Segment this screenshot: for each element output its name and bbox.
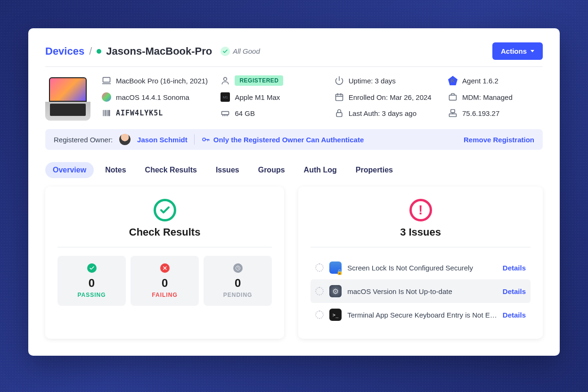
lock-icon	[335, 108, 344, 118]
tab-auth-log[interactable]: Auth Log	[296, 162, 344, 178]
issue-text: Terminal App Secure Keyboard Entry is No…	[347, 311, 497, 319]
svg-rect-8	[449, 95, 457, 100]
tab-check-results[interactable]: Check Results	[138, 162, 204, 178]
chip-text: Apple M1 Max	[235, 93, 280, 101]
laptop-icon	[102, 76, 111, 85]
issues-card: ! 3 Issues Screen Lock Is Not Configured…	[298, 187, 543, 339]
tab-groups[interactable]: Groups	[251, 162, 293, 178]
failing-label: FAILING	[152, 292, 177, 298]
tab-overview[interactable]: Overview	[45, 162, 94, 178]
issue-row[interactable]: macOS Version Is Not Up-to-date Details	[310, 279, 531, 303]
tab-notes[interactable]: Notes	[98, 162, 133, 178]
laptop-base	[45, 102, 90, 121]
info-mdm: MDM: Managed	[448, 92, 543, 102]
info-agent: K Agent 1.6.2	[448, 75, 543, 86]
alert-icon: !	[409, 199, 432, 221]
enrolled-text: Enrolled On: Mar 26, 2024	[349, 93, 432, 101]
avatar	[119, 134, 131, 145]
auth-rule[interactable]: Only the Registered Owner Can Authentica…	[201, 135, 364, 144]
breadcrumb-separator: /	[89, 45, 92, 57]
agent-text: Agent 1.6.2	[462, 77, 498, 85]
details-link[interactable]: Details	[503, 264, 526, 272]
issue-text: macOS Version Is Not Up-to-date	[347, 287, 497, 295]
status-pill: All Good	[220, 47, 260, 56]
info-memory: 64 GB	[220, 108, 326, 118]
auth-rule-text: Only the Registered Owner Can Authentica…	[213, 136, 364, 144]
info-os: macOS 14.4.1 Sonoma	[102, 92, 212, 102]
issue-row[interactable]: Terminal App Secure Keyboard Entry is No…	[310, 303, 531, 327]
svg-rect-21	[449, 114, 457, 117]
check-success-icon	[154, 199, 176, 221]
memory-icon	[220, 108, 230, 118]
calendar-icon	[335, 92, 344, 102]
check-results-title: Check Results	[129, 226, 201, 238]
tabs: Overview Notes Check Results Issues Grou…	[45, 162, 543, 178]
tab-properties[interactable]: Properties	[348, 162, 400, 178]
stat-pending[interactable]: 0 PENDING	[204, 256, 272, 306]
svg-point-2	[224, 77, 227, 81]
agent-icon: K	[448, 76, 457, 85]
breadcrumb-root[interactable]: Devices	[45, 45, 84, 57]
pending-label: PENDING	[223, 292, 253, 298]
laptop-screen	[49, 77, 87, 102]
check-icon	[220, 47, 230, 56]
briefcase-icon	[448, 92, 457, 102]
uptime-text: Uptime: 3 days	[349, 77, 396, 85]
settings-icon	[329, 285, 342, 297]
memory-text: 64 GB	[235, 109, 255, 117]
issue-text: Screen Lock Is Not Configured Securely	[347, 264, 497, 272]
pending-count: 0	[235, 277, 241, 290]
device-info: MacBook Pro (16-inch, 2021) REGISTERED U…	[45, 75, 543, 121]
gauge-icon	[315, 287, 324, 295]
info-grid: MacBook Pro (16-inch, 2021) REGISTERED U…	[102, 75, 543, 118]
cards-row: Check Results 0 PASSING 0 FAILING 0 PEND…	[45, 187, 543, 339]
details-link[interactable]: Details	[503, 311, 526, 319]
divider	[194, 134, 195, 145]
check-results-card: Check Results 0 PASSING 0 FAILING 0 PEND…	[45, 187, 284, 339]
status-dot-icon	[97, 49, 101, 54]
owner-name[interactable]: Jason Schmidt	[137, 136, 188, 144]
svg-rect-22	[451, 110, 455, 113]
check-icon	[87, 263, 97, 273]
svg-rect-20	[336, 113, 342, 116]
device-image	[45, 75, 90, 121]
power-icon	[335, 76, 344, 85]
last-auth-text: Last Auth: 3 days ago	[349, 109, 416, 117]
info-uptime: Uptime: 3 days	[335, 75, 440, 86]
ip-text: 75.6.193.27	[462, 109, 499, 117]
remove-registration-button[interactable]: Remove Registration	[464, 136, 534, 144]
gauge-icon	[315, 263, 324, 272]
divider	[310, 247, 531, 247]
issues-title: 3 Issues	[400, 226, 441, 238]
svg-rect-15	[222, 112, 229, 115]
info-model: MacBook Pro (16-inch, 2021)	[102, 75, 212, 86]
divider	[57, 247, 272, 247]
passing-label: PASSING	[77, 292, 106, 298]
stat-failing[interactable]: 0 FAILING	[131, 256, 199, 306]
actions-button[interactable]: Actions	[492, 42, 543, 60]
user-icon	[220, 76, 230, 85]
tab-issues[interactable]: Issues	[208, 162, 247, 178]
info-serial: AIFW4LYK5L	[102, 108, 212, 118]
info-ip: 75.6.193.27	[448, 108, 543, 118]
serial-text: AIFW4LYK5L	[116, 109, 163, 117]
issue-row[interactable]: Screen Lock Is Not Configured Securely D…	[310, 256, 531, 279]
actions-label: Actions	[501, 47, 527, 55]
svg-rect-4	[335, 94, 343, 100]
status-text: All Good	[233, 47, 260, 55]
info-registered: REGISTERED	[220, 75, 326, 86]
chevron-down-icon	[531, 50, 534, 52]
stat-passing[interactable]: 0 PASSING	[57, 256, 126, 306]
chip-icon: M1	[220, 92, 230, 102]
x-icon	[160, 263, 170, 273]
issue-list: Screen Lock Is Not Configured Securely D…	[310, 256, 531, 327]
network-icon	[448, 108, 457, 118]
gauge-icon	[315, 310, 324, 319]
svg-rect-0	[103, 77, 110, 82]
registered-badge: REGISTERED	[235, 75, 283, 86]
details-link[interactable]: Details	[503, 287, 526, 295]
svg-point-24	[203, 138, 205, 141]
passing-count: 0	[89, 277, 95, 290]
model-text: MacBook Pro (16-inch, 2021)	[116, 77, 208, 85]
stat-row: 0 PASSING 0 FAILING 0 PENDING	[57, 256, 272, 306]
